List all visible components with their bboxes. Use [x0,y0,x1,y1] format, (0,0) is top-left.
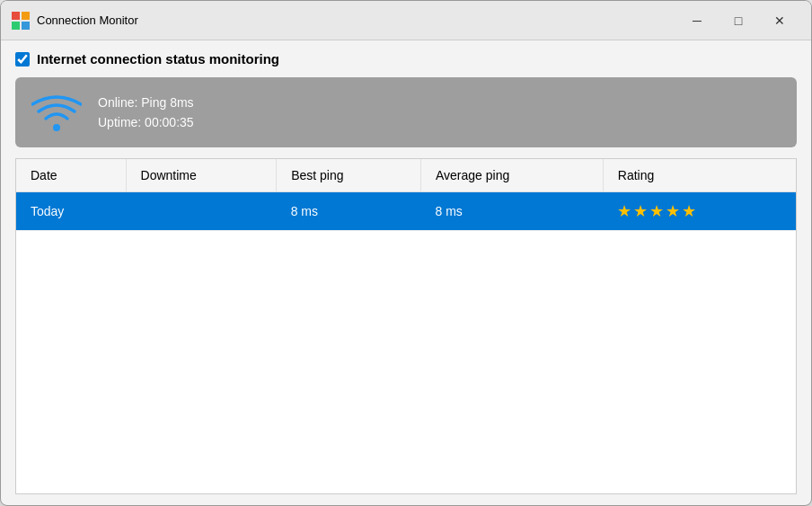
col-rating: Rating [603,159,796,192]
data-table-container: Date Downtime Best ping Average ping Rat… [15,158,797,494]
svg-rect-1 [22,12,30,20]
close-button[interactable]: ✕ [759,6,800,35]
wifi-icon [30,90,84,135]
svg-point-4 [53,124,60,131]
title-bar: Connection Monitor ─ □ ✕ [1,1,811,40]
connection-table: Date Downtime Best ping Average ping Rat… [16,159,796,231]
monitoring-checkbox[interactable] [15,52,30,67]
online-status: Online: Ping 8ms [98,95,194,110]
cell-date: Today [16,192,126,231]
window-controls: ─ □ ✕ [676,6,800,35]
col-downtime: Downtime [126,159,277,192]
col-best-ping: Best ping [277,159,421,192]
monitoring-toggle-row: Internet connection status monitoring [15,51,797,67]
col-date: Date [16,159,126,192]
cell-best-ping: 8 ms [277,192,421,231]
uptime-status: Uptime: 00:00:35 [98,115,194,129]
cell-rating: ★★★★★ [603,192,796,231]
svg-rect-2 [12,22,20,30]
svg-rect-0 [12,12,20,20]
content-area: Internet connection status monitoring On… [1,40,811,505]
maximize-button[interactable]: □ [718,6,759,35]
status-info: Online: Ping 8ms Uptime: 00:00:35 [98,95,194,129]
cell-downtime [126,192,277,231]
window-title: Connection Monitor [37,13,676,27]
table-row[interactable]: Today 8 ms 8 ms ★★★★★ [16,192,796,231]
status-panel: Online: Ping 8ms Uptime: 00:00:35 [15,77,797,147]
col-avg-ping: Average ping [420,159,603,192]
main-window: Connection Monitor ─ □ ✕ Internet connec… [0,0,812,506]
app-icon [12,12,30,30]
minimize-button[interactable]: ─ [676,6,718,35]
rating-stars: ★★★★★ [617,202,698,220]
svg-rect-3 [22,22,30,30]
cell-avg-ping: 8 ms [420,192,603,231]
table-header-row: Date Downtime Best ping Average ping Rat… [16,159,796,192]
monitoring-label: Internet connection status monitoring [37,51,279,67]
